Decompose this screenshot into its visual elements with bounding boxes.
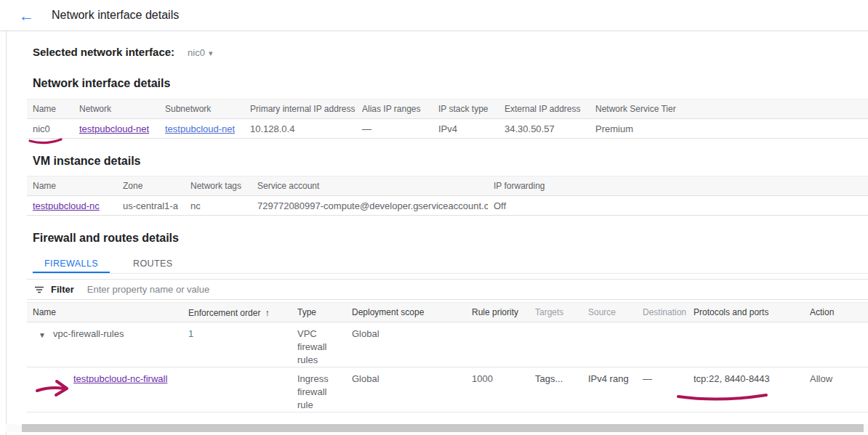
col-protocols-ports: Protocols and ports — [688, 303, 804, 322]
horizontal-scrollbar-track — [6, 424, 868, 432]
nic-table: Name Network Subnetwork Primary internal… — [27, 99, 868, 139]
network-interface-selector-row: Selected network interface: nic0▾ — [33, 46, 868, 58]
deployment-scope-value: Global — [346, 322, 466, 367]
deployment-scope-value: Global — [346, 367, 466, 412]
destination-value: — — [637, 367, 688, 412]
type-value: VPC firewall rules — [292, 322, 346, 367]
nic-table-header-row: Name Network Subnetwork Primary internal… — [27, 99, 868, 119]
firewall-table: Name Enforcement order↑ Type Deployment … — [27, 302, 868, 412]
expand-arrow-icon[interactable]: ▼ — [39, 329, 46, 342]
vm-table: Name Zone Network tags Service account I… — [27, 176, 868, 216]
col-destination: Destination — [637, 303, 688, 322]
filter-bar: Filter — [27, 279, 868, 300]
service-account-value: 729772080997-compute@developer.gservicea… — [252, 196, 488, 216]
top-bar: ← Network interface details — [0, 0, 868, 31]
zone-value: us-central1-a — [117, 196, 185, 216]
col-name: Name — [27, 176, 117, 196]
col-type: Type — [292, 303, 346, 322]
nic-table-row: nic0 testpubcloud-net testpubcloud-net 1… — [27, 119, 868, 139]
stack-type-value: IPv4 — [433, 119, 499, 139]
enforcement-order-label: Enforcement order — [188, 308, 260, 318]
enforcement-order-value — [182, 367, 292, 412]
col-primary-ip: Primary internal IP address — [244, 99, 356, 119]
vm-instance-link[interactable]: testpubcloud-nc — [33, 200, 100, 211]
interface-dropdown[interactable]: nic0▾ — [188, 47, 212, 58]
col-subnetwork: Subnetwork — [159, 99, 244, 119]
subnetwork-link[interactable]: testpubcloud-net — [165, 123, 235, 134]
network-link[interactable]: testpubcloud-net — [79, 123, 149, 134]
type-value: Ingress firewall rule — [292, 367, 346, 412]
col-rule-priority: Rule priority — [466, 303, 524, 322]
firewall-rule-row: testpubcloud-nc-firwall Ingress firewall… — [27, 367, 868, 412]
source-value: IPv4 rang — [582, 367, 637, 412]
alias-ranges-value: — — [356, 119, 433, 139]
targets-value: Tags... — [524, 367, 582, 412]
col-ip-forwarding: IP forwarding — [488, 176, 868, 196]
firewall-group-row: ▼ vpc-firewall-rules 1 VPC firewall rule… — [27, 322, 868, 367]
col-source: Source — [582, 303, 637, 322]
col-network-tags: Network tags — [185, 176, 252, 196]
col-zone: Zone — [117, 176, 185, 196]
col-service-tier: Network Service Tier — [590, 99, 868, 119]
vm-section-title: VM instance details — [33, 155, 868, 168]
col-deployment-scope: Deployment scope — [346, 303, 466, 322]
col-action: Action — [804, 303, 868, 322]
service-tier-value: Premium — [590, 119, 868, 139]
col-service-account: Service account — [252, 176, 488, 196]
action-value: Allow — [804, 367, 868, 412]
nic-section-title: Network interface details — [33, 77, 868, 90]
firewall-routes-tabs: FIREWALLS ROUTES — [33, 255, 868, 274]
col-targets: Targets — [524, 303, 582, 322]
primary-ip-value: 10.128.0.4 — [244, 119, 356, 139]
content-area: Selected network interface: nic0▾ Networ… — [6, 31, 868, 435]
external-ip-value: 34.30.50.57 — [499, 119, 590, 139]
filter-input[interactable] — [87, 284, 868, 295]
ip-forwarding-value: Off — [488, 196, 868, 216]
col-name: Name — [27, 303, 182, 322]
interface-dropdown-value: nic0 — [188, 47, 205, 58]
col-network: Network — [73, 99, 159, 119]
selector-label: Selected network interface: — [33, 46, 174, 58]
firewall-section-title: Firewall and routes details — [33, 232, 868, 245]
firewall-group-name: vpc-firewall-rules — [53, 328, 124, 341]
protocols-ports-value: tcp:22, 8440-8443 — [688, 367, 804, 412]
vm-table-header-row: Name Zone Network tags Service account I… — [27, 176, 868, 196]
tab-routes[interactable]: ROUTES — [121, 255, 185, 273]
filter-label: Filter — [51, 284, 74, 295]
enforcement-order-value: 1 — [182, 322, 292, 367]
sort-ascending-icon: ↑ — [265, 307, 270, 318]
firewall-table-header-row: Name Enforcement order↑ Type Deployment … — [27, 303, 868, 322]
network-interface-details-page: ← Network interface details Selected net… — [0, 0, 868, 435]
col-alias-ranges: Alias IP ranges — [356, 99, 433, 119]
firewall-rule-link[interactable]: testpubcloud-nc-firwall — [73, 373, 167, 384]
vm-table-row: testpubcloud-nc us-central1-a nc 7297720… — [27, 196, 868, 216]
rule-priority-value: 1000 — [466, 367, 524, 412]
col-enforcement-order[interactable]: Enforcement order↑ — [182, 303, 292, 322]
horizontal-scrollbar-thumb[interactable] — [22, 424, 864, 432]
network-tags-value: nc — [185, 196, 252, 216]
chevron-down-icon: ▾ — [209, 49, 213, 57]
tab-firewalls[interactable]: FIREWALLS — [33, 255, 110, 273]
nic-name: nic0 — [27, 119, 73, 139]
col-external-ip: External IP address — [499, 99, 590, 119]
filter-icon[interactable] — [33, 284, 45, 296]
back-arrow-icon[interactable]: ← — [19, 8, 34, 23]
col-stack-type: IP stack type — [433, 99, 499, 119]
page-title: Network interface details — [52, 9, 179, 22]
col-name: Name — [27, 99, 73, 119]
